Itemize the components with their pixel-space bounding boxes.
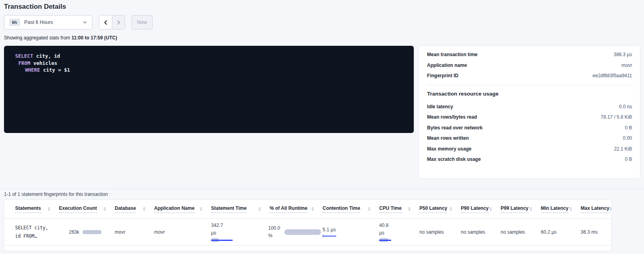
summary-row-application-name: Application name movr: [427, 60, 632, 71]
sql-line: FROM vehicles: [15, 60, 403, 67]
sql-statement-box: SELECT city, id FROM vehicles WHERE city…: [4, 46, 414, 133]
column-header-contention-time[interactable]: Contention Time: [323, 200, 379, 218]
column-header-p99-latency[interactable]: P99 Latency: [501, 200, 541, 218]
column-label: Statement Time: [211, 205, 247, 213]
aggregation-range-text: Showing aggregated stats from 11:00 to 1…: [4, 35, 640, 41]
execution-count-value: 263k: [69, 229, 79, 235]
summary-label: Bytes read over network: [427, 125, 482, 131]
transaction-summary-card: Mean transaction time 386.3 µs Applicati…: [419, 46, 640, 178]
column-header-p90-latency[interactable]: P90 Latency: [461, 200, 501, 218]
time-range-select[interactable]: 6h Past 6 Hours: [4, 15, 92, 29]
summary-label: Mean rows/bytes read: [427, 114, 477, 120]
column-header-execution-count[interactable]: Execution Count: [59, 200, 115, 218]
summary-label: Fingerprint ID: [427, 73, 458, 78]
summary-row-max-memory-usage: Max memory usage 22.1 KiB: [427, 144, 632, 154]
summary-value: 0.0 ns: [619, 104, 632, 109]
sort-icon: [311, 207, 314, 211]
chevron-right-icon: [116, 20, 121, 25]
now-button[interactable]: Now: [131, 15, 153, 29]
summary-value: 78.17 / 5.8 KiB: [601, 114, 632, 120]
aggregation-range-prefix: Showing aggregated stats from: [4, 35, 71, 41]
column-label: CPU Time: [379, 205, 401, 213]
transaction-overview: SELECT city, id FROM vehicles WHERE city…: [4, 46, 640, 178]
statement-count-text: 1-1 of 1 statement fingerprints for this…: [4, 191, 640, 197]
p99-latency-value: no samples: [501, 229, 538, 235]
column-header-database[interactable]: Database: [115, 200, 154, 218]
statement-time-unit: µs: [211, 229, 266, 237]
cell-execution-count: 263k: [59, 219, 115, 245]
column-header-application-name[interactable]: Application Name: [154, 200, 211, 218]
sort-icon: [368, 207, 370, 211]
statement-time-bar: [211, 238, 233, 242]
summary-value: 0.00: [623, 135, 632, 141]
min-latency-value: 60.2 µs: [541, 229, 577, 235]
next-time-button[interactable]: [112, 16, 125, 29]
column-header-statement-time[interactable]: Statement Time: [211, 200, 270, 218]
aggregation-range-value: 11:00 to 17:59 (UTC): [71, 35, 117, 41]
column-label: % of All Runtime: [270, 205, 307, 213]
sort-icon: [570, 207, 572, 211]
summary-label: Max scratch disk usage: [427, 156, 481, 162]
column-label: Contention Time: [323, 205, 360, 213]
summary-row-mean-transaction-time: Mean transaction time 386.3 µs: [427, 49, 632, 60]
cell-p50-latency: no samples: [419, 219, 461, 245]
column-header-statements[interactable]: Statements: [15, 200, 59, 218]
summary-value: movr: [621, 63, 632, 68]
cell-contention-time: 5.1 µs: [323, 219, 379, 245]
sort-icon: [200, 207, 202, 211]
statement-text-line: id FROM…: [15, 232, 56, 240]
sort-icon: [530, 207, 532, 211]
summary-row-mean-rows-written: Mean rows written 0.00: [427, 133, 632, 144]
column-header-max-latency[interactable]: Max Latency: [581, 200, 611, 218]
application-name-value: movr: [154, 229, 208, 235]
summary-label: Application name: [427, 63, 467, 68]
percent-runtime-value: 100.0: [268, 225, 280, 232]
card-divider: [427, 85, 632, 85]
summary-label: Max memory usage: [427, 146, 471, 152]
time-nav-group: [99, 15, 125, 29]
cell-percent-runtime: 100.0 %: [270, 219, 323, 245]
sql-text: vehicles: [30, 60, 57, 66]
max-latency-value: 36.3 ms: [581, 229, 608, 235]
statement-text-line: SELECT city,: [15, 224, 56, 232]
transaction-details-page: Transaction Details 6h Past 6 Hours Now …: [0, 2, 644, 251]
contention-time-bar: [323, 234, 337, 238]
sql-keyword: FROM: [18, 60, 30, 66]
cpu-time-value: 40.8: [379, 222, 416, 229]
cell-database: movr: [115, 219, 154, 245]
column-label: Statements: [15, 205, 41, 213]
summary-value: 22.1 KiB: [614, 146, 632, 152]
time-controls: 6h Past 6 Hours Now: [4, 15, 640, 29]
summary-label: Mean rows written: [427, 135, 469, 141]
cpu-time-unit: µs: [379, 229, 416, 237]
column-label: P50 Latency: [419, 205, 447, 213]
column-header-p50-latency[interactable]: P50 Latency: [419, 200, 461, 218]
time-range-badge: 6h: [9, 19, 20, 26]
sql-text: city, id: [33, 53, 60, 59]
section-divider: [0, 189, 644, 189]
cell-application-name: movr: [154, 219, 211, 245]
summary-row-fingerprint-id: Fingerprint ID ee2df683f5aa9411: [427, 70, 632, 81]
summary-value: 386.3 µs: [614, 52, 632, 57]
column-header-percent-runtime[interactable]: % of All Runtime: [270, 200, 323, 218]
column-header-min-latency[interactable]: Min Latency: [541, 200, 581, 218]
column-label: Min Latency: [541, 205, 568, 213]
percent-runtime-unit: %: [268, 232, 280, 240]
page-title: Transaction Details: [4, 2, 640, 11]
column-header-cpu-time[interactable]: CPU Time: [379, 200, 419, 218]
prev-time-button[interactable]: [99, 16, 112, 29]
execution-count-bar: [82, 230, 102, 234]
resource-usage-title: Transaction resource usage: [427, 91, 632, 97]
p50-latency-value: no samples: [419, 229, 458, 235]
summary-row-idle-latency: Idle latency 0.0 ns: [427, 102, 632, 112]
statement-link[interactable]: SELECT city, id FROM…: [15, 219, 59, 245]
sql-line: SELECT city, id: [15, 53, 403, 60]
sort-icon: [450, 207, 452, 211]
sort-icon: [609, 207, 612, 211]
cell-max-latency: 36.3 ms: [581, 219, 611, 245]
contention-time-value: 5.1 µs: [323, 226, 376, 234]
summary-value: 0 B: [625, 156, 632, 162]
column-label: P90 Latency: [461, 205, 489, 213]
sort-icon: [489, 207, 492, 211]
summary-value: 0 B: [625, 125, 632, 131]
